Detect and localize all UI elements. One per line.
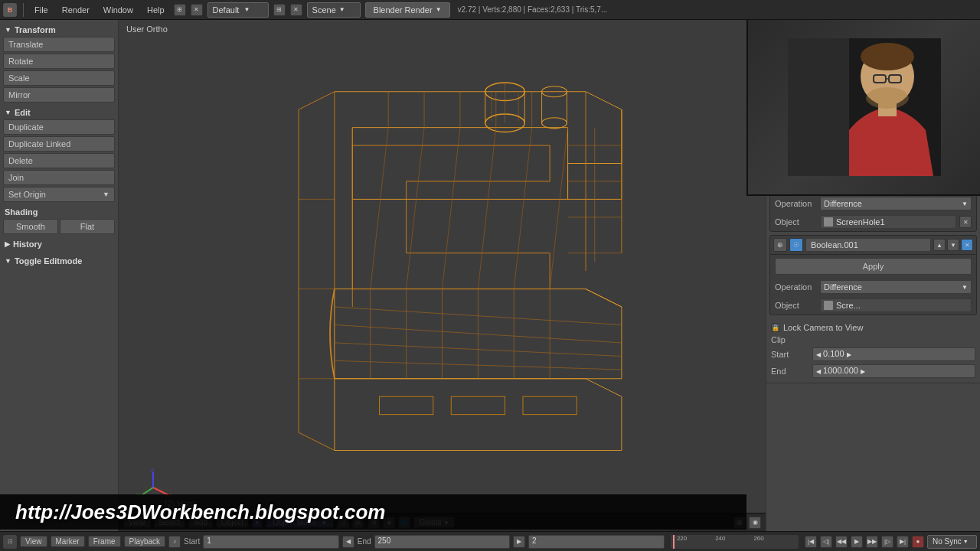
webcam-overlay	[746, 20, 980, 196]
set-origin-button[interactable]: Set Origin ▼	[3, 187, 115, 202]
svg-line-41	[514, 128, 531, 289]
prev-frame-icon[interactable]: ◀	[342, 536, 354, 548]
bool2-down-icon[interactable]: ▼	[947, 239, 959, 251]
svg-rect-36	[523, 396, 577, 414]
toggle-editmode-section-header[interactable]: ▼ Toggle Editmode	[3, 254, 115, 268]
render-icon[interactable]: ◉	[749, 517, 761, 529]
scene-icon-2[interactable]: ✕	[290, 4, 302, 16]
play-icon[interactable]: ▶	[851, 536, 863, 548]
bool2-icon2[interactable]: ☉	[789, 238, 803, 252]
bool2-operation-dropdown[interactable]: Difference ▼	[820, 280, 972, 294]
help-menu[interactable]: Help	[142, 4, 169, 16]
edit-section-header[interactable]: ▼ Edit	[3, 106, 115, 119]
bool2-up-icon[interactable]: ▲	[933, 239, 946, 251]
svg-point-25	[542, 118, 567, 129]
engine-dropdown[interactable]: Blender Render ▼	[365, 2, 450, 18]
current-frame-input[interactable]: 2	[528, 535, 665, 549]
svg-text:Z: Z	[151, 468, 155, 473]
bool1-object-value[interactable]: ScreenHole1	[820, 215, 956, 229]
bool2-apply-button[interactable]: Apply	[775, 258, 972, 275]
next-keyframe-icon[interactable]: |▷	[881, 536, 893, 548]
clip-label-row: Clip	[771, 334, 975, 346]
transform-section-header[interactable]: ▼ Transform	[3, 23, 115, 37]
bool2-icon1[interactable]: ⊕	[773, 238, 787, 252]
svg-rect-34	[379, 396, 433, 414]
end-frame-input[interactable]: 250	[374, 535, 511, 549]
scene-dropdown[interactable]: Scene ▼	[307, 2, 361, 18]
bool2-close-icon[interactable]: ✕	[961, 239, 973, 251]
svg-line-42	[550, 128, 567, 289]
record-icon[interactable]: ●	[912, 536, 924, 548]
timeline-icon[interactable]: ⊡	[3, 535, 17, 549]
start-frame-input[interactable]: 1	[203, 535, 339, 549]
bottom-timeline-bar: ⊡ View Marker Frame Playback ♪ Start 1 ◀…	[0, 531, 980, 551]
bool2-apply-copy: Apply	[770, 255, 976, 278]
timeline-view-btn[interactable]: View	[20, 536, 47, 547]
duplicate-button[interactable]: Duplicate	[3, 119, 115, 135]
version-text: v2.72 | Verts:2,880 | Faces:2,633 | Tris…	[458, 5, 608, 14]
blender-icon[interactable]: B	[3, 3, 17, 17]
translate-button[interactable]: Translate	[3, 37, 115, 52]
left-panel: ▼ Transform Translate Rotate Scale Mirro…	[0, 20, 119, 531]
history-section-header[interactable]: ▶ History	[3, 237, 115, 251]
timeline-playback-btn[interactable]: Playback	[124, 536, 166, 547]
delete-button[interactable]: Delete	[3, 153, 115, 168]
shading-section-header[interactable]: Shading	[3, 205, 115, 219]
join-button[interactable]: Join	[3, 170, 115, 185]
bool2-object-value[interactable]: Scre...	[820, 298, 972, 312]
bool1-object-label: Object	[775, 217, 817, 227]
svg-point-56	[866, 87, 909, 109]
svg-line-39	[443, 128, 460, 289]
jump-end-icon[interactable]: ▶|	[897, 536, 909, 548]
clip-start-input[interactable]: ◀ 0.100 ▶	[812, 347, 975, 361]
lock-camera-label[interactable]: Lock Camera to View	[783, 323, 863, 332]
layout-dropdown[interactable]: Default ▼	[207, 2, 269, 18]
timeline-frame-btn[interactable]: Frame	[88, 536, 121, 547]
wireframe-svg	[119, 20, 766, 531]
timeline-track[interactable]: 220 240 260	[671, 535, 799, 549]
bool2-operation-label: Operation	[775, 282, 817, 292]
play-reverse-icon[interactable]: ◀◀	[835, 536, 848, 548]
view-properties-section: 🔒 Lock Camera to View Clip Start ◀ 0.100…	[766, 318, 980, 383]
bool1-object-clear[interactable]: ✕	[959, 216, 972, 228]
mirror-button[interactable]: Mirror	[3, 87, 115, 103]
window-menu[interactable]: Window	[99, 4, 138, 16]
file-menu[interactable]: File	[30, 4, 53, 16]
duplicate-linked-button[interactable]: Duplicate Linked	[3, 136, 115, 152]
sync-dropdown[interactable]: No Sync ▼	[927, 535, 977, 549]
layout-icon-2[interactable]: ✕	[191, 4, 203, 16]
boolean2-name: Boolean.001	[805, 238, 931, 252]
viewport-3d[interactable]: User Ortho	[119, 20, 766, 531]
svg-line-37	[371, 128, 388, 289]
play-forward-icon[interactable]: ▶▶	[866, 536, 878, 548]
clip-end-input[interactable]: ◀ 1000.000 ▶	[812, 364, 975, 378]
boolean-modifier-2: ⊕ ☉ Boolean.001 ▲ ▼ ✕ Apply Operation Di…	[769, 235, 977, 315]
svg-line-38	[407, 128, 424, 289]
smooth-button[interactable]: Smooth	[3, 219, 58, 234]
jump-start-icon[interactable]: |◀	[805, 536, 817, 548]
scale-button[interactable]: Scale	[3, 70, 115, 86]
lock-camera-icon: 🔒	[771, 323, 780, 332]
clip-start-row: Start ◀ 0.100 ▶	[771, 346, 975, 363]
rotate-button[interactable]: Rotate	[3, 54, 115, 69]
viewport-label: User Ortho	[126, 24, 168, 34]
bool1-operation-dropdown[interactable]: Difference ▼	[820, 197, 972, 210]
bool1-object-icon	[824, 217, 833, 227]
prev-keyframe-icon[interactable]: ◁|	[820, 536, 832, 548]
audio-icon[interactable]: ♪	[168, 536, 181, 548]
layout-icon-1[interactable]: ⊞	[174, 4, 186, 16]
svg-line-40	[478, 128, 495, 289]
lock-camera-row: 🔒 Lock Camera to View	[771, 321, 975, 334]
bool2-operation-row: Operation Difference ▼	[770, 278, 976, 296]
clip-end-row: End ◀ 1000.000 ▶	[771, 363, 975, 380]
scene-icon-1[interactable]: ⊞	[273, 4, 286, 16]
playhead[interactable]	[673, 535, 675, 549]
render-menu[interactable]: Render	[57, 4, 94, 16]
next-frame-icon[interactable]: ▶	[513, 536, 525, 548]
webcam-video	[748, 20, 980, 194]
bool1-operation-label: Operation	[775, 199, 817, 208]
flat-button[interactable]: Flat	[60, 219, 115, 234]
timeline-marker-btn[interactable]: Marker	[51, 536, 85, 547]
end-label: End	[771, 367, 809, 376]
bool1-operation-row: Operation Difference ▼	[770, 194, 976, 213]
